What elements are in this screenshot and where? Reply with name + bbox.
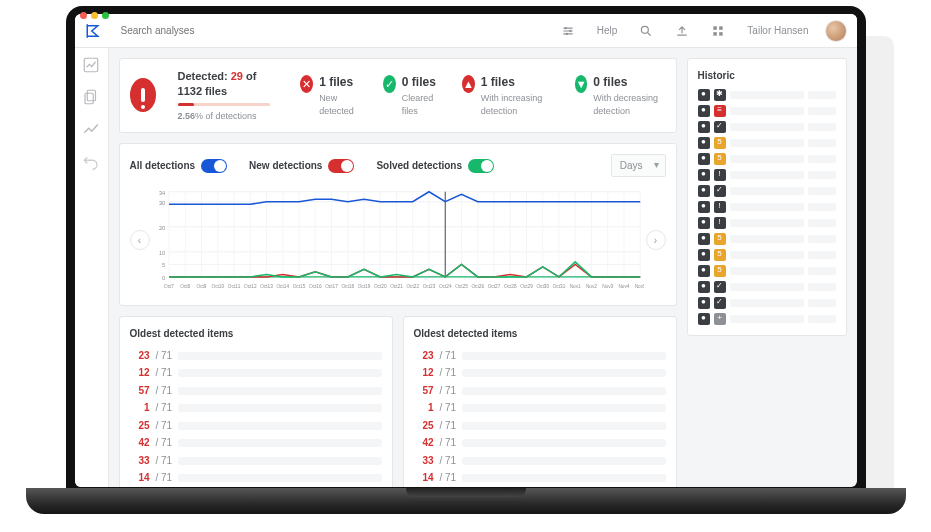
- svg-point-3: [642, 26, 649, 33]
- historic-row[interactable]: ● 5: [698, 265, 836, 277]
- svg-text:Oct11: Oct11: [227, 285, 240, 290]
- svg-text:Oct18: Oct18: [341, 285, 354, 290]
- detected-headline: Detected: 29 of 1132 files 2.56% of dete…: [178, 69, 279, 122]
- svg-text:5: 5: [162, 263, 165, 269]
- historic-row[interactable]: ● +: [698, 313, 836, 325]
- svg-point-0: [564, 26, 566, 28]
- historic-row[interactable]: ● 5: [698, 137, 836, 149]
- list-item[interactable]: 42/ 71: [130, 436, 382, 450]
- svg-text:Oct22: Oct22: [406, 285, 419, 290]
- svg-text:Oct13: Oct13: [260, 285, 273, 290]
- list-item[interactable]: 33/ 71: [414, 454, 666, 468]
- list-item[interactable]: 23/ 71: [414, 349, 666, 363]
- list-item[interactable]: 14/ 71: [414, 471, 666, 485]
- svg-text:Nov3: Nov3: [602, 285, 613, 290]
- svg-text:Oct12: Oct12: [243, 285, 256, 290]
- svg-rect-4: [714, 26, 718, 30]
- nav-chart-icon[interactable]: [82, 56, 100, 74]
- alert-icon: [130, 78, 156, 112]
- svg-text:Oct26: Oct26: [471, 285, 484, 290]
- avatar[interactable]: [825, 20, 847, 42]
- app-logo[interactable]: [85, 22, 103, 40]
- detections-chart: 0510203034Oct7Oct8Oct9Oct10Oct11Oct12Oct…: [152, 185, 644, 295]
- kpi-icon: ✓: [383, 75, 396, 93]
- historic-row[interactable]: ● ✓: [698, 185, 836, 197]
- kpi: ✓ 0 files Cleared files: [383, 74, 439, 116]
- toggle-solved[interactable]: Solved detections: [376, 159, 494, 173]
- svg-point-1: [569, 29, 571, 31]
- oldest-left: Oldest detected items 23/ 71 12/ 71 57/ …: [119, 316, 393, 487]
- svg-text:20: 20: [158, 225, 164, 231]
- list-item[interactable]: 33/ 71: [130, 454, 382, 468]
- svg-text:Oct20: Oct20: [373, 285, 386, 290]
- svg-text:Oct21: Oct21: [390, 285, 403, 290]
- svg-text:Oct17: Oct17: [325, 285, 338, 290]
- list-item[interactable]: 1/ 71: [130, 401, 382, 415]
- historic-row[interactable]: ● ≡: [698, 105, 836, 117]
- list-item[interactable]: 23/ 71: [130, 349, 382, 363]
- historic-row[interactable]: ● ✓: [698, 297, 836, 309]
- nav-trend-icon[interactable]: [82, 120, 100, 138]
- svg-rect-9: [87, 90, 95, 101]
- topbar: Help Tailor Hansen: [75, 14, 857, 48]
- kpi-label: New detected: [319, 92, 359, 116]
- svg-text:Oct23: Oct23: [422, 285, 435, 290]
- list-item[interactable]: 12/ 71: [130, 366, 382, 380]
- settings-icon[interactable]: [555, 21, 581, 41]
- svg-text:Oct24: Oct24: [438, 285, 451, 290]
- svg-text:Oct16: Oct16: [308, 285, 321, 290]
- summary-panel: Detected: 29 of 1132 files 2.56% of dete…: [119, 58, 677, 133]
- svg-text:Nov4: Nov4: [618, 285, 629, 290]
- svg-text:Oct19: Oct19: [357, 285, 370, 290]
- oldest-right: Oldest detected items 23/ 71 12/ 71 57/ …: [403, 316, 677, 487]
- list-item[interactable]: 57/ 71: [414, 384, 666, 398]
- oldest-title: Oldest detected items: [414, 327, 666, 341]
- historic-row[interactable]: ● 5: [698, 153, 836, 165]
- kpi-label: With decreasing detection: [593, 92, 665, 116]
- svg-text:34: 34: [158, 190, 164, 196]
- historic-row[interactable]: ● !: [698, 201, 836, 213]
- svg-text:Nov5: Nov5: [634, 285, 643, 290]
- list-item[interactable]: 12/ 71: [414, 366, 666, 380]
- help-button[interactable]: Help: [591, 21, 624, 41]
- search-icon[interactable]: [633, 21, 659, 41]
- user-name[interactable]: Tailor Hansen: [741, 21, 814, 41]
- list-item[interactable]: 1/ 71: [414, 401, 666, 415]
- upload-icon[interactable]: [669, 21, 695, 41]
- historic-row[interactable]: ● 5: [698, 249, 836, 261]
- list-item[interactable]: 14/ 71: [130, 471, 382, 485]
- nav-copy-icon[interactable]: [82, 88, 100, 106]
- historic-row[interactable]: ● ✱: [698, 89, 836, 101]
- nav-undo-icon[interactable]: [82, 152, 100, 170]
- svg-rect-10: [85, 93, 93, 104]
- historic-row[interactable]: ● !: [698, 217, 836, 229]
- svg-text:Oct15: Oct15: [292, 285, 305, 290]
- list-item[interactable]: 57/ 71: [130, 384, 382, 398]
- range-select[interactable]: Days: [611, 154, 666, 178]
- svg-text:Nov1: Nov1: [569, 285, 580, 290]
- kpi-value: 0 files: [402, 74, 438, 90]
- kpi: ▼ 0 files With decreasing detection: [575, 74, 666, 116]
- list-item[interactable]: 25/ 71: [130, 419, 382, 433]
- toggle-all[interactable]: All detections: [130, 159, 228, 173]
- historic-row[interactable]: ● ✓: [698, 121, 836, 133]
- kpi-icon: ✕: [300, 75, 313, 93]
- grid-icon[interactable]: [705, 21, 731, 41]
- search-input[interactable]: [113, 19, 545, 42]
- kpi-icon: ▼: [575, 75, 588, 93]
- historic-row[interactable]: ● 5: [698, 233, 836, 245]
- svg-rect-6: [714, 32, 718, 36]
- svg-text:Oct10: Oct10: [211, 285, 224, 290]
- svg-text:Oct29: Oct29: [520, 285, 533, 290]
- svg-rect-7: [720, 32, 724, 36]
- left-rail: [75, 48, 109, 487]
- chart-next-button[interactable]: ›: [646, 230, 666, 250]
- svg-text:Oct28: Oct28: [503, 285, 516, 290]
- list-item[interactable]: 42/ 71: [414, 436, 666, 450]
- historic-row[interactable]: ● !: [698, 169, 836, 181]
- svg-text:Oct8: Oct8: [180, 285, 190, 290]
- list-item[interactable]: 25/ 71: [414, 419, 666, 433]
- toggle-new[interactable]: New detections: [249, 159, 354, 173]
- historic-row[interactable]: ● ✓: [698, 281, 836, 293]
- chart-prev-button[interactable]: ‹: [130, 230, 150, 250]
